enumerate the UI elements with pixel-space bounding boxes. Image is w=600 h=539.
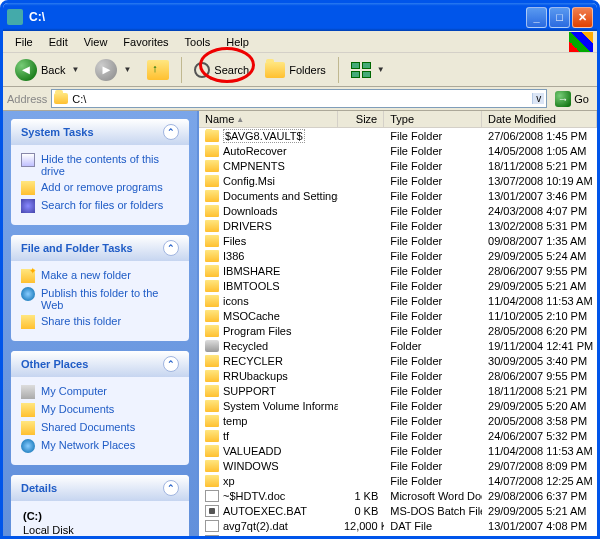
drive-icon [54, 93, 68, 104]
file-date: 19/11/2004 12:41 PM [482, 340, 597, 352]
file-folder-header[interactable]: File and Folder Tasks ⌃ [11, 235, 189, 261]
forward-button[interactable]: ► ▼ [89, 57, 137, 83]
address-field[interactable]: C:\ v [51, 89, 547, 108]
add-remove-icon [21, 181, 35, 195]
task-share[interactable]: Share this folder [21, 313, 179, 331]
task-network-places[interactable]: My Network Places [21, 437, 179, 455]
details-header[interactable]: Details ⌃ [11, 475, 189, 501]
menu-edit[interactable]: Edit [41, 34, 76, 50]
search-button[interactable]: Search [188, 60, 255, 80]
col-size-header[interactable]: Size [338, 111, 384, 127]
task-my-documents[interactable]: My Documents [21, 401, 179, 419]
table-row[interactable]: VALUEADDFile Folder11/04/2008 11:53 AM [199, 443, 597, 458]
table-row[interactable]: tempFile Folder20/05/2008 3:58 PM [199, 413, 597, 428]
file-type: File Folder [384, 325, 482, 337]
menu-favorites[interactable]: Favorites [115, 34, 176, 50]
views-dropdown-icon[interactable]: ▼ [377, 65, 385, 74]
table-row[interactable]: CMPNENTSFile Folder18/11/2008 5:21 PM [199, 158, 597, 173]
table-row[interactable]: RecycledFolder19/11/2004 12:41 PM [199, 338, 597, 353]
menu-tools[interactable]: Tools [177, 34, 219, 50]
file-date: 14/05/2008 1:05 AM [482, 145, 597, 157]
table-row[interactable]: $AVG8.VAULT$File Folder27/06/2008 1:45 P… [199, 128, 597, 143]
table-row[interactable]: RRUbackupsFile Folder28/06/2007 9:55 PM [199, 368, 597, 383]
file-type: DAT File [384, 520, 482, 532]
table-row[interactable]: IBMSHAREFile Folder28/06/2007 9:55 PM [199, 263, 597, 278]
back-dropdown-icon[interactable]: ▼ [71, 65, 79, 74]
collapse-icon[interactable]: ⌃ [163, 356, 179, 372]
table-row[interactable]: RECYCLERFile Folder30/09/2005 3:40 PM [199, 353, 597, 368]
folder-icon [205, 265, 219, 277]
folder-icon [205, 430, 219, 442]
table-row[interactable]: MSOCacheFile Folder11/10/2005 2:10 PM [199, 308, 597, 323]
table-row[interactable]: DownloadsFile Folder24/03/2008 4:07 PM [199, 203, 597, 218]
other-places-header[interactable]: Other Places ⌃ [11, 351, 189, 377]
task-label: My Network Places [41, 439, 135, 451]
address-dropdown-icon[interactable]: v [532, 93, 544, 104]
table-row[interactable]: ~$HDTV.doc1 KBMicrosoft Word Doc...29/08… [199, 488, 597, 503]
views-button[interactable]: ▼ [345, 60, 391, 80]
col-name-header[interactable]: Name ▲ [199, 111, 338, 127]
folder-icon [205, 235, 219, 247]
table-row[interactable]: FilesFile Folder09/08/2007 1:35 AM [199, 233, 597, 248]
file-name: BOOT.INI [223, 535, 270, 537]
go-label: Go [574, 93, 589, 105]
file-date: 20/05/2008 3:58 PM [482, 415, 597, 427]
task-search[interactable]: Search for files or folders [21, 197, 179, 215]
folder-icon [205, 445, 219, 457]
file-date: 13/07/2008 10:19 AM [482, 175, 597, 187]
folder-icon [205, 190, 219, 202]
task-hide-contents[interactable]: Hide the contents of this drive [21, 151, 179, 179]
collapse-icon[interactable]: ⌃ [163, 240, 179, 256]
fwd-dropdown-icon[interactable]: ▼ [123, 65, 131, 74]
col-type-header[interactable]: Type [384, 111, 482, 127]
collapse-icon[interactable]: ⌃ [163, 480, 179, 496]
menu-help[interactable]: Help [218, 34, 257, 50]
file-name: ~$HDTV.doc [223, 490, 285, 502]
system-tasks-header[interactable]: System Tasks ⌃ [11, 119, 189, 145]
table-row[interactable]: AutoRecoverFile Folder14/05/2008 1:05 AM [199, 143, 597, 158]
table-row[interactable]: DRIVERSFile Folder13/02/2008 5:31 PM [199, 218, 597, 233]
task-add-remove[interactable]: Add or remove programs [21, 179, 179, 197]
table-row[interactable]: IBMTOOLSFile Folder29/09/2005 5:21 AM [199, 278, 597, 293]
file-name: IBMTOOLS [223, 280, 280, 292]
back-arrow-icon: ◄ [15, 59, 37, 81]
up-button[interactable] [141, 58, 175, 82]
back-button[interactable]: ◄ Back ▼ [9, 57, 85, 83]
titlebar[interactable]: C:\ _ □ ✕ [3, 3, 597, 31]
table-row[interactable]: AUTOEXEC.BAT0 KBMS-DOS Batch File29/09/2… [199, 503, 597, 518]
table-row[interactable]: Program FilesFile Folder28/05/2008 6:20 … [199, 323, 597, 338]
menu-view[interactable]: View [76, 34, 116, 50]
col-date-header[interactable]: Date Modified [482, 111, 597, 127]
file-list[interactable]: Name ▲ Size Type Date Modified $AVG8.VAU… [197, 111, 597, 536]
task-label: Shared Documents [41, 421, 135, 433]
table-row[interactable]: WINDOWSFile Folder29/07/2008 8:09 PM [199, 458, 597, 473]
file-name: I386 [223, 250, 244, 262]
file-date: 09/08/2007 1:35 AM [482, 235, 597, 247]
menu-file[interactable]: File [7, 34, 41, 50]
file-date: 29/09/2005 5:21 AM [482, 505, 597, 517]
folders-button[interactable]: Folders [259, 60, 332, 80]
file-name: Files [223, 235, 246, 247]
task-my-computer[interactable]: My Computer [21, 383, 179, 401]
table-row[interactable]: Config.MsiFile Folder13/07/2008 10:19 AM [199, 173, 597, 188]
task-publish[interactable]: Publish this folder to the Web [21, 285, 179, 313]
toolbar-separator [181, 57, 182, 83]
table-row[interactable]: I386File Folder29/09/2005 5:24 AM [199, 248, 597, 263]
table-row[interactable]: tfFile Folder24/06/2007 5:32 PM [199, 428, 597, 443]
toolbar-separator [338, 57, 339, 83]
table-row[interactable]: BOOT.INI1 KBConfiguration Settings29/09/… [199, 533, 597, 536]
minimize-button[interactable]: _ [526, 7, 547, 28]
table-row[interactable]: xpFile Folder14/07/2008 12:25 AM [199, 473, 597, 488]
table-row[interactable]: iconsFile Folder11/04/2008 11:53 AM [199, 293, 597, 308]
panel-title: Details [21, 482, 57, 494]
table-row[interactable]: SUPPORTFile Folder18/11/2008 5:21 PM [199, 383, 597, 398]
task-new-folder[interactable]: Make a new folder [21, 267, 179, 285]
table-row[interactable]: Documents and SettingsFile Folder13/01/2… [199, 188, 597, 203]
task-shared-docs[interactable]: Shared Documents [21, 419, 179, 437]
maximize-button[interactable]: □ [549, 7, 570, 28]
collapse-icon[interactable]: ⌃ [163, 124, 179, 140]
go-button[interactable]: → Go [551, 90, 593, 108]
table-row[interactable]: avg7qt(2).dat12,000 KBDAT File13/01/2007… [199, 518, 597, 533]
close-button[interactable]: ✕ [572, 7, 593, 28]
table-row[interactable]: System Volume InformationFile Folder29/0… [199, 398, 597, 413]
